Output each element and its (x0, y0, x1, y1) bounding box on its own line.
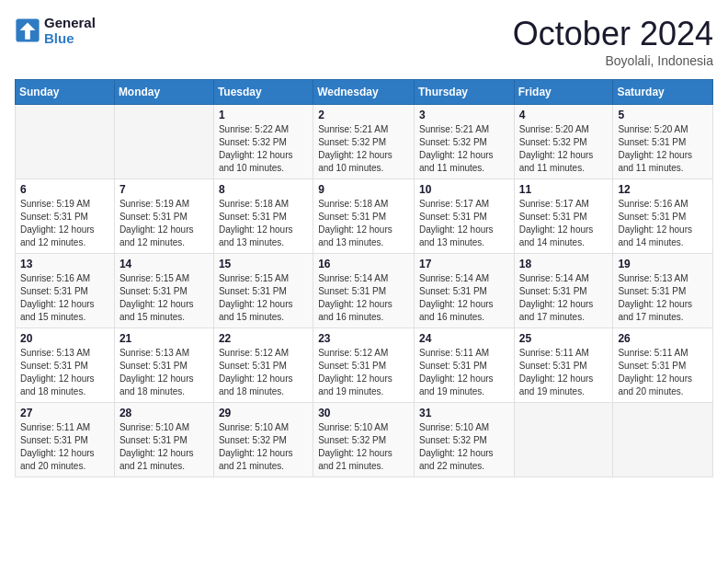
day-info: Sunrise: 5:20 AMSunset: 5:31 PMDaylight:… (618, 123, 708, 175)
day-number: 25 (519, 332, 609, 345)
weekday-header-sunday: Sunday (16, 80, 115, 105)
day-number: 13 (20, 258, 109, 270)
calendar: SundayMondayTuesdayWednesdayThursdayFrid… (15, 79, 713, 477)
day-info: Sunrise: 5:10 AMSunset: 5:32 PMDaylight:… (219, 421, 308, 473)
day-number: 4 (519, 109, 609, 121)
day-info: Sunrise: 5:18 AMSunset: 5:31 PMDaylight:… (318, 198, 409, 249)
logo-icon (15, 17, 40, 43)
day-info: Sunrise: 5:12 AMSunset: 5:31 PMDaylight:… (219, 347, 308, 398)
day-cell: 11Sunrise: 5:17 AMSunset: 5:31 PMDayligh… (514, 179, 613, 254)
month-title: October 2024 (513, 15, 713, 53)
day-info: Sunrise: 5:21 AMSunset: 5:32 PMDaylight:… (318, 123, 409, 175)
day-cell: 29Sunrise: 5:10 AMSunset: 5:32 PMDayligh… (213, 403, 313, 477)
day-number: 23 (318, 332, 409, 345)
day-number: 9 (318, 183, 409, 196)
day-cell: 17Sunrise: 5:14 AMSunset: 5:31 PMDayligh… (414, 254, 514, 328)
day-cell: 21Sunrise: 5:13 AMSunset: 5:31 PMDayligh… (114, 328, 213, 403)
day-number: 15 (219, 258, 308, 270)
day-cell: 7Sunrise: 5:19 AMSunset: 5:31 PMDaylight… (114, 179, 213, 254)
day-info: Sunrise: 5:13 AMSunset: 5:31 PMDaylight:… (119, 347, 209, 398)
day-cell: 3Sunrise: 5:21 AMSunset: 5:32 PMDaylight… (414, 105, 514, 179)
day-cell: 12Sunrise: 5:16 AMSunset: 5:31 PMDayligh… (613, 179, 713, 254)
day-cell: 19Sunrise: 5:13 AMSunset: 5:31 PMDayligh… (613, 254, 713, 328)
day-cell: 4Sunrise: 5:20 AMSunset: 5:32 PMDaylight… (514, 105, 613, 179)
day-info: Sunrise: 5:17 AMSunset: 5:31 PMDaylight:… (519, 198, 609, 249)
day-info: Sunrise: 5:17 AMSunset: 5:31 PMDaylight:… (419, 198, 509, 249)
day-cell: 23Sunrise: 5:12 AMSunset: 5:31 PMDayligh… (313, 328, 415, 403)
day-info: Sunrise: 5:14 AMSunset: 5:31 PMDaylight:… (419, 272, 509, 324)
day-info: Sunrise: 5:11 AMSunset: 5:31 PMDaylight:… (20, 421, 109, 473)
day-info: Sunrise: 5:11 AMSunset: 5:31 PMDaylight:… (519, 347, 609, 398)
day-number: 24 (419, 332, 509, 345)
day-info: Sunrise: 5:12 AMSunset: 5:31 PMDaylight:… (318, 347, 409, 398)
week-row-3: 13Sunrise: 5:16 AMSunset: 5:31 PMDayligh… (16, 254, 713, 328)
week-row-4: 20Sunrise: 5:13 AMSunset: 5:31 PMDayligh… (16, 328, 713, 403)
day-number: 18 (519, 258, 609, 270)
day-info: Sunrise: 5:20 AMSunset: 5:32 PMDaylight:… (519, 123, 609, 175)
day-cell: 8Sunrise: 5:18 AMSunset: 5:31 PMDaylight… (213, 179, 313, 254)
day-info: Sunrise: 5:14 AMSunset: 5:31 PMDaylight:… (519, 272, 609, 324)
day-cell (114, 105, 213, 179)
day-info: Sunrise: 5:19 AMSunset: 5:31 PMDaylight:… (20, 198, 109, 249)
day-number: 16 (318, 258, 409, 270)
day-info: Sunrise: 5:15 AMSunset: 5:31 PMDaylight:… (219, 272, 308, 324)
day-cell: 24Sunrise: 5:11 AMSunset: 5:31 PMDayligh… (414, 328, 514, 403)
day-cell: 10Sunrise: 5:17 AMSunset: 5:31 PMDayligh… (414, 179, 514, 254)
day-number: 7 (119, 183, 209, 196)
day-number: 17 (419, 258, 509, 270)
day-info: Sunrise: 5:19 AMSunset: 5:31 PMDaylight:… (119, 198, 209, 249)
week-row-1: 1Sunrise: 5:22 AMSunset: 5:32 PMDaylight… (16, 105, 713, 179)
day-number: 3 (419, 109, 509, 121)
day-number: 5 (618, 109, 708, 121)
logo: General Blue (15, 15, 96, 46)
day-number: 28 (119, 407, 209, 419)
day-number: 6 (20, 183, 109, 196)
weekday-header-wednesday: Wednesday (313, 80, 415, 105)
day-info: Sunrise: 5:14 AMSunset: 5:31 PMDaylight:… (318, 272, 409, 324)
day-number: 20 (20, 332, 109, 345)
weekday-header-row: SundayMondayTuesdayWednesdayThursdayFrid… (16, 80, 713, 105)
day-number: 11 (519, 183, 609, 196)
day-cell: 30Sunrise: 5:10 AMSunset: 5:32 PMDayligh… (313, 403, 415, 477)
day-cell: 15Sunrise: 5:15 AMSunset: 5:31 PMDayligh… (213, 254, 313, 328)
week-row-2: 6Sunrise: 5:19 AMSunset: 5:31 PMDaylight… (16, 179, 713, 254)
day-number: 22 (219, 332, 308, 345)
day-cell: 14Sunrise: 5:15 AMSunset: 5:31 PMDayligh… (114, 254, 213, 328)
day-info: Sunrise: 5:22 AMSunset: 5:32 PMDaylight:… (219, 123, 308, 175)
day-number: 29 (219, 407, 308, 419)
day-cell: 13Sunrise: 5:16 AMSunset: 5:31 PMDayligh… (16, 254, 115, 328)
day-number: 12 (618, 183, 708, 196)
day-number: 19 (618, 258, 708, 270)
day-cell: 20Sunrise: 5:13 AMSunset: 5:31 PMDayligh… (16, 328, 115, 403)
day-number: 31 (419, 407, 509, 419)
day-info: Sunrise: 5:11 AMSunset: 5:31 PMDaylight:… (618, 347, 708, 398)
header: General Blue October 2024 Boyolali, Indo… (15, 15, 713, 68)
day-cell (514, 403, 613, 477)
day-cell: 9Sunrise: 5:18 AMSunset: 5:31 PMDaylight… (313, 179, 415, 254)
day-number: 8 (219, 183, 308, 196)
day-info: Sunrise: 5:16 AMSunset: 5:31 PMDaylight:… (20, 272, 109, 324)
weekday-header-thursday: Thursday (414, 80, 514, 105)
day-info: Sunrise: 5:13 AMSunset: 5:31 PMDaylight:… (20, 347, 109, 398)
day-number: 10 (419, 183, 509, 196)
day-info: Sunrise: 5:18 AMSunset: 5:31 PMDaylight:… (219, 198, 308, 249)
day-cell: 2Sunrise: 5:21 AMSunset: 5:32 PMDaylight… (313, 105, 415, 179)
day-cell: 31Sunrise: 5:10 AMSunset: 5:32 PMDayligh… (414, 403, 514, 477)
weekday-header-saturday: Saturday (613, 80, 713, 105)
location: Boyolali, Indonesia (513, 53, 713, 68)
day-cell: 28Sunrise: 5:10 AMSunset: 5:31 PMDayligh… (114, 403, 213, 477)
day-cell: 18Sunrise: 5:14 AMSunset: 5:31 PMDayligh… (514, 254, 613, 328)
day-number: 1 (219, 109, 308, 121)
weekday-header-monday: Monday (114, 80, 213, 105)
day-cell: 26Sunrise: 5:11 AMSunset: 5:31 PMDayligh… (613, 328, 713, 403)
day-cell (613, 403, 713, 477)
day-cell: 25Sunrise: 5:11 AMSunset: 5:31 PMDayligh… (514, 328, 613, 403)
day-number: 26 (618, 332, 708, 345)
day-cell: 1Sunrise: 5:22 AMSunset: 5:32 PMDaylight… (213, 105, 313, 179)
day-cell: 22Sunrise: 5:12 AMSunset: 5:31 PMDayligh… (213, 328, 313, 403)
day-info: Sunrise: 5:13 AMSunset: 5:31 PMDaylight:… (618, 272, 708, 324)
day-cell: 5Sunrise: 5:20 AMSunset: 5:31 PMDaylight… (613, 105, 713, 179)
day-number: 27 (20, 407, 109, 419)
day-number: 2 (318, 109, 409, 121)
day-info: Sunrise: 5:21 AMSunset: 5:32 PMDaylight:… (419, 123, 509, 175)
